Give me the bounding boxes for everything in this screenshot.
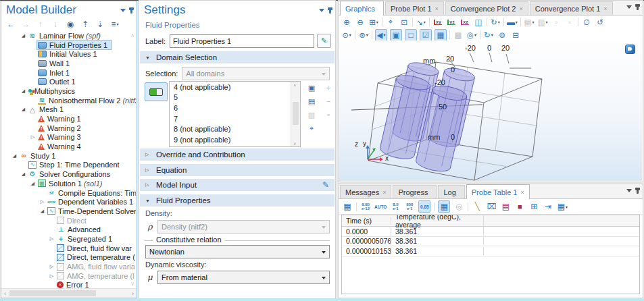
scroll-down-icon[interactable]: ∨ — [130, 281, 134, 287]
domain-list-item[interactable]: 4 (not applicable) — [170, 82, 300, 92]
information-tab[interactable]: Progress — [393, 185, 437, 198]
delete-table[interactable]: ⌧ — [486, 201, 497, 212]
tree-item[interactable]: Wall 1 — [1, 59, 137, 68]
select-objects[interactable]: ▫ — [551, 17, 562, 28]
section-equation[interactable]: ▷ Equation — [140, 164, 335, 176]
tree-item[interactable]: ◢ Laminar Flow (spf) — [1, 31, 137, 40]
go-to-view[interactable]: ↘▾ — [416, 17, 426, 28]
automatic-update[interactable]: ▤ — [500, 201, 511, 212]
constitutive-combo[interactable]: Newtonian — [145, 245, 330, 258]
panel-menu-icon[interactable] — [626, 5, 632, 11]
expand-icon[interactable]: ◢ — [20, 88, 27, 94]
tree-item[interactable]: Step 1: Time Dependent — [1, 161, 137, 170]
wireframe-rendering[interactable]: □ — [405, 29, 417, 41]
clear-table[interactable]: ╲ — [472, 201, 482, 212]
pin-icon[interactable] — [329, 7, 331, 13]
scene-settings[interactable]: ▬▾ — [507, 17, 518, 28]
graph-view[interactable]: ◎ — [453, 201, 464, 212]
clipboard-selection[interactable]: ▥ — [306, 109, 317, 120]
deselect-objects[interactable]: ▫ — [564, 17, 575, 28]
environment-reflections[interactable]: ▩ — [453, 30, 464, 40]
tree-item[interactable]: ◢ Multiphysics — [1, 86, 137, 96]
expand-icon[interactable]: ▷ — [39, 199, 46, 204]
active-toggle-button[interactable] — [145, 82, 168, 101]
tree-item[interactable]: ◢ Solution 1 (sol1) — [1, 179, 137, 188]
section-fluid-properties[interactable]: ▼ Fluid Properties — [140, 194, 335, 207]
edit-model-input-icon[interactable]: ✎ — [322, 180, 329, 190]
expand-icon[interactable]: ◢ — [20, 171, 27, 177]
model-builder-menu[interactable]: ≡▾ — [109, 19, 120, 30]
tree-item[interactable]: Advanced — [1, 225, 137, 234]
view-xy[interactable]: xy — [432, 17, 443, 28]
section-model-input[interactable]: ▷ Model Input ✎ — [140, 179, 335, 191]
information-tab[interactable]: Log — [438, 185, 464, 198]
expand-all[interactable]: ⇣ — [95, 19, 105, 30]
table-row[interactable]: 0.0000010153 38.361 — [342, 246, 639, 256]
section-domain-selection[interactable]: ▼ Domain Selection — [140, 51, 335, 63]
tree-item[interactable]: ◢ Solver Configurations — [1, 169, 137, 179]
scrollbar-thumb[interactable] — [9, 290, 96, 296]
table-menu[interactable]: ▦▾ — [557, 201, 568, 212]
transparency[interactable]: ▣ — [390, 29, 402, 41]
domain-list-item[interactable]: 5 — [170, 92, 300, 103]
export-table[interactable]: ⇥ — [543, 201, 553, 212]
panel-menu-icon[interactable] — [120, 9, 126, 15]
close-icon[interactable]: × — [435, 5, 439, 12]
zoom-to-selection[interactable]: ⌖ — [306, 123, 317, 134]
rotate-view[interactable]: ↻▾ — [490, 17, 501, 28]
table-row[interactable]: 0.00000050763 38.361 — [342, 237, 639, 247]
probe-table[interactable]: Time (s) Temperature (degC), average 0.0… — [341, 215, 640, 294]
scroll-left-icon[interactable]: ‹ — [1, 290, 9, 297]
move-down[interactable]: ↓ — [50, 19, 61, 30]
graphics-canvas[interactable]: -20020mm200-2050mm0zyx — [339, 40, 642, 181]
pin-icon[interactable] — [637, 4, 639, 10]
remove-from-selection[interactable]: − — [323, 96, 334, 107]
column-header-time[interactable]: Time (s) — [342, 217, 391, 225]
tree-item[interactable]: ◢ Time-Dependent Solver — [1, 207, 137, 216]
material-rendering[interactable]: ☑ — [420, 29, 432, 41]
domain-list-item[interactable]: 9 (not applicable) — [170, 134, 300, 145]
tree-item[interactable]: ▷ Dependent Variables 1 — [1, 197, 137, 207]
close-icon[interactable]: × — [520, 189, 524, 196]
expand-icon[interactable]: ◢ — [20, 33, 27, 38]
display-settings[interactable]: ▦ — [342, 201, 353, 212]
tree-item[interactable]: ◢ Study 1 — [1, 151, 137, 161]
graphics-tab[interactable]: Convergence Plot 1 × — [530, 1, 613, 15]
full-precision[interactable]: 8.85e-12 — [360, 201, 371, 212]
rename-button[interactable]: ✎ — [317, 34, 331, 48]
tree-item[interactable]: Initial Values 1 — [1, 49, 137, 59]
pin-icon[interactable] — [130, 7, 132, 13]
tree-item[interactable]: ▷ AMG, temperature (l — [1, 271, 137, 281]
decimal-notation[interactable]: 0.85 — [418, 200, 430, 213]
table-row[interactable]: 0.0000 38.361 — [342, 227, 639, 237]
tree-item[interactable]: Inlet 1 — [1, 68, 137, 78]
hide-objects[interactable]: ∅ — [581, 17, 592, 28]
show-toggle[interactable]: ◉ — [65, 19, 76, 30]
print[interactable]: ⊟ — [510, 30, 521, 40]
tree-item[interactable]: Outlet 1 — [1, 77, 137, 86]
expand-icon[interactable]: ◢ — [39, 209, 46, 214]
tree-item[interactable]: ▷ Segregated 1 — [1, 234, 137, 244]
engineering-notation[interactable]: 850e-1 — [404, 201, 415, 212]
copy-table[interactable]: ⊞ — [528, 201, 539, 212]
list-scrollbar[interactable] — [291, 82, 300, 146]
scroll-right-icon[interactable]: › — [129, 290, 137, 297]
expand-icon[interactable]: ▷ — [48, 264, 55, 269]
color-theme[interactable]: ◎▾ — [466, 30, 477, 40]
add-to-selection[interactable]: + — [323, 82, 334, 93]
zoom-in[interactable]: ⊕ — [341, 17, 352, 28]
close-icon[interactable]: × — [382, 189, 386, 196]
domain-list-item[interactable]: 7 — [170, 113, 300, 124]
scientific-notation[interactable]: 8.5e-1 — [390, 201, 401, 212]
snapshot[interactable]: ⊚ — [497, 30, 507, 40]
orthographic-projection[interactable]: ◫ — [473, 17, 484, 28]
move-up[interactable]: ↑ — [35, 19, 46, 30]
tree-item[interactable]: Warning 4 — [1, 142, 137, 151]
table-view[interactable]: ▦ — [438, 200, 450, 213]
panel-menu-icon[interactable] — [626, 189, 632, 195]
animation-export[interactable]: ▥▾ — [537, 17, 548, 28]
tree-item[interactable]: Warning 1 — [1, 114, 137, 124]
information-tab[interactable]: Messages × — [340, 185, 391, 198]
expand-icon[interactable]: ◢ — [20, 107, 27, 112]
close-icon[interactable]: × — [519, 5, 522, 12]
